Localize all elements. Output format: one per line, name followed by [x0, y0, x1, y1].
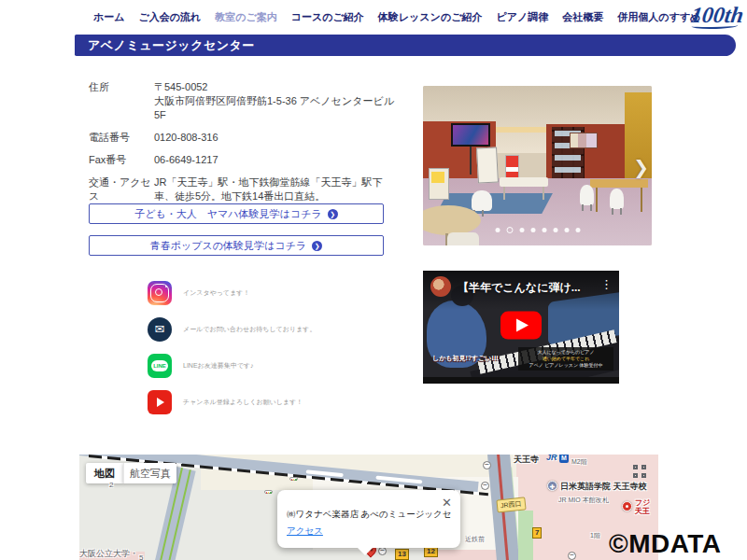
pops-trial-label: 青春ポップスの体験見学はコチラ [150, 239, 306, 253]
map-label-university: 大阪公立大学・ [79, 548, 138, 560]
contact-label: Fax番号 [89, 153, 154, 167]
contact-row-address: 住所 〒545-0052 大阪市阿倍野区阿倍野筋1-5-36 アベノセンタービル… [89, 80, 411, 122]
carousel-dot-3[interactable] [519, 228, 524, 232]
contact-label: 交通・アクセス [89, 175, 154, 203]
contact-row-phone: 電話番号 0120-808-316 [89, 131, 411, 145]
nav-item-home[interactable]: ホーム [93, 10, 125, 24]
carousel-next-arrow[interactable]: ❯ [633, 156, 649, 178]
carousel-dot-1[interactable] [495, 228, 500, 232]
map-label-fuji2: 天王 [635, 506, 650, 516]
carousel-dots [495, 227, 580, 233]
contact-row-access: 交通・アクセス JR「天王寺」駅・地下鉄御堂筋線「天王寺」駅下車、徒歩5分。地下… [89, 175, 411, 203]
postal-code: 〒545-0052 [154, 80, 399, 94]
map-marker-13: 13 [395, 549, 409, 560]
map-label-2: 2 [109, 481, 113, 489]
tv-screen [451, 123, 490, 147]
arrow-circle-icon: ❯ [328, 209, 338, 219]
instagram-icon[interactable] [148, 281, 172, 305]
yamaha-trial-label: 子ども・大人 ヤマハ体験見学はコチラ [134, 207, 321, 221]
top-nav: ホーム ご入会の流れ 教室のご案内 コースのご紹介 体験レッスンのご紹介 ピアノ… [93, 0, 700, 34]
phone-number: 0120-808-316 [154, 131, 399, 145]
carousel-dot-2-active[interactable] [506, 227, 513, 233]
logo-100th[interactable]: 100th [689, 1, 745, 31]
nav-item-trial-lesson[interactable]: 体験レッスンのご紹介 [378, 10, 483, 24]
map-label-floor1: 1階 [590, 531, 600, 540]
line-caption: LINEお友達募集中です♪ [183, 361, 254, 371]
map-marker-7: 7 [532, 527, 542, 539]
mdata-watermark: ©MDATA [609, 529, 722, 559]
satellite-view-button[interactable]: 航空写真 [123, 463, 176, 483]
contact-row-fax: Fax番号 06-6649-1217 [89, 153, 411, 167]
instagram-lens [155, 288, 162, 296]
line-icon[interactable]: LINE [148, 354, 172, 378]
fax-number: 06-6649-1217 [154, 153, 399, 167]
carousel-dot-8[interactable] [575, 228, 580, 232]
map-label-5: 5 [139, 553, 143, 560]
mail-icon[interactable]: ✉ [148, 317, 172, 342]
contact-label: 電話番号 [89, 131, 154, 145]
social-row-youtube: チャンネル登録よろしくお願いします！ [148, 390, 316, 414]
page: ホーム ご入会の流れ 教室のご案内 コースのご紹介 体験レッスンのご紹介 ピアノ… [0, 0, 747, 560]
youtube-icon[interactable] [148, 390, 172, 414]
map-label-tennoji: 天王寺 [514, 455, 539, 466]
fullscreen-icon[interactable] [633, 465, 646, 478]
youtube-caption: チャンネル登録よろしくお願いします！ [183, 398, 303, 407]
contact-info: 住所 〒545-0052 大阪市阿倍野区阿倍野筋1-5-36 アベノセンタービル… [89, 80, 411, 212]
traffic-light-icon [289, 477, 298, 481]
contact-label: 住所 [89, 80, 154, 122]
social-links: インスタやってます！ ✉ メールでお問い合わせお待ちしております。 LINE L… [148, 281, 316, 427]
instagram-dot [165, 286, 167, 287]
station-exit-icon: − [483, 461, 491, 469]
station-exit-icon: − [568, 552, 576, 560]
map-view-button[interactable]: 地図 [86, 463, 123, 483]
instagram-caption: インスタやってます！ [183, 288, 249, 298]
page-title: アベノミュージックセンター [88, 38, 255, 52]
map-label-jrmio: JR MIO 本館改札 [558, 496, 609, 505]
google-map[interactable]: 地図 航空写真 − − − − 天王寺 JR M M2階 ✚ 日米英語学院 天王… [79, 455, 658, 560]
metro-icon: M [559, 455, 569, 463]
contact-value: 〒545-0052 大阪市阿倍野区阿倍野筋1-5-36 アベノセンタービル5F [154, 80, 399, 122]
school-marker-icon[interactable]: ✚ [547, 481, 557, 491]
video-play-button[interactable] [500, 311, 542, 339]
white-bench [500, 177, 548, 187]
info-window-title: ㈱ワタナベ楽器店 あべのミュージックセンター [287, 509, 451, 521]
nav-item-classroom-info[interactable]: 教室のご案内 [215, 10, 277, 24]
nav-item-company[interactable]: 会社概要 [562, 10, 603, 24]
yamaha-trial-button[interactable]: 子ども・大人 ヤマハ体験見学はコチラ ❯ [89, 203, 384, 224]
carousel-dot-7[interactable] [564, 228, 569, 232]
access-description: JR「天王寺」駅・地下鉄御堂筋線「天王寺」駅下車、徒歩5分。地下鉄14番出口直結… [154, 175, 399, 203]
carousel-dot-6[interactable] [553, 228, 557, 232]
social-row-line: LINE LINEお友達募集中です♪ [148, 354, 316, 378]
access-link[interactable]: アクセス [287, 525, 323, 538]
photo-carousel: ❯ [423, 86, 652, 245]
nav-item-private-lesson[interactable]: 併用個人のすすめ [617, 10, 700, 24]
nav-item-courses[interactable]: コースのご紹介 [291, 10, 364, 24]
arrow-circle-icon: ❯ [312, 241, 322, 251]
map-info-window: ✕ ㈱ワタナベ楽器店 あべのミュージックセンター アクセス [277, 490, 460, 548]
carousel-dot-4[interactable] [530, 228, 535, 232]
street-address: 大阪市阿倍野区阿倍野筋1-5-36 アベノセンタービル5F [154, 94, 399, 122]
pops-trial-button[interactable]: 青春ポップスの体験見学はコチラ ❯ [89, 235, 384, 256]
side-table [590, 179, 648, 188]
close-icon[interactable]: ✕ [442, 496, 452, 510]
mail-caption: メールでお問い合わせお待ちしております。 [183, 325, 316, 334]
station-exit-icon: − [481, 482, 489, 490]
video-menu-icon[interactable]: ⋮ [600, 277, 613, 291]
carousel-dot-5[interactable] [542, 228, 546, 232]
social-row-instagram: インスタやってます！ [148, 281, 316, 305]
map-label-school: 日米英語学院 天王寺校 [560, 481, 647, 493]
station-exit-icon: − [378, 547, 387, 555]
video-title[interactable]: 【半年でこんなに弾け... [458, 280, 581, 296]
map-label-kintetsu: 近鉄前 [465, 535, 485, 544]
video-caption-left: しかも初見!?すごい!!! [432, 354, 499, 363]
store-marker-icon[interactable] [622, 501, 632, 511]
video-caption-right: 大人になってからのピアノ 通い始めて半年でこれ アベノ ピアノレッスン 体験受付… [518, 347, 613, 371]
line-bubble: LINE [151, 360, 168, 371]
nav-item-piano-tuning[interactable]: ピアノ調律 [496, 10, 548, 24]
youtube-play-glyph [157, 398, 164, 407]
jr-logo: JR [546, 455, 557, 462]
channel-avatar[interactable] [430, 276, 451, 297]
social-row-mail: ✉ メールでお問い合わせお待ちしております。 [148, 317, 316, 342]
page-title-bar: アベノミュージックセンター [75, 35, 736, 56]
nav-item-join-flow[interactable]: ご入会の流れ [139, 10, 202, 24]
